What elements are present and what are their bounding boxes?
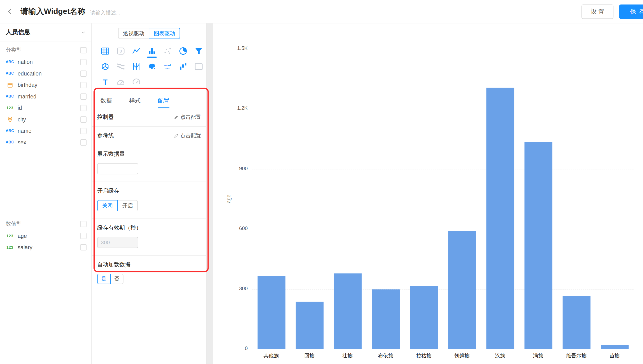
text-icon[interactable]: T [100, 78, 110, 87]
map-icon[interactable] [147, 62, 156, 71]
widget-editor: 请输入Widget名称 请输入描述... 设 置 保 存 人员信息 分类型ABC… [0, 0, 643, 364]
field-item[interactable]: city [0, 114, 92, 125]
bar[interactable] [486, 88, 514, 349]
dataset-selector[interactable]: 人员信息 [0, 24, 92, 42]
reference-line-label: 参考线 [97, 132, 114, 140]
y-tick-label: 600 [213, 226, 248, 231]
bar[interactable] [410, 286, 438, 349]
cache-option-button[interactable]: 开启 [117, 200, 138, 211]
x-tick-label: 拉祜族 [405, 353, 443, 360]
back-button[interactable] [6, 7, 14, 16]
field-item[interactable]: ABCname [0, 125, 92, 136]
edit-icon [174, 115, 179, 120]
field-label: id [18, 105, 80, 111]
calendar-icon [4, 82, 16, 88]
field-item[interactable]: ABCeducation [0, 68, 92, 79]
bar[interactable] [448, 231, 476, 349]
cache-expire-label: 缓存有效期（秒） [97, 224, 201, 232]
number-field-icon: 123 [4, 245, 16, 250]
settings-button[interactable]: 设 置 [582, 4, 614, 19]
wordcloud-icon[interactable]: wordcloud [163, 62, 172, 71]
speedometer-icon[interactable] [132, 78, 141, 87]
x-tick-label: 苗族 [596, 353, 634, 360]
checkbox[interactable] [80, 244, 86, 250]
bar[interactable] [334, 273, 362, 349]
tab-data[interactable]: 数据 [100, 94, 112, 108]
tab-style[interactable]: 样式 [129, 94, 141, 108]
field-item[interactable]: birthday [0, 79, 92, 90]
tab-config[interactable]: 配置 [158, 94, 169, 108]
field-label: birthday [18, 82, 80, 88]
autoload-option-button[interactable]: 否 [110, 274, 123, 284]
save-button[interactable]: 保 存 [619, 4, 643, 19]
checkbox[interactable] [80, 233, 86, 239]
checkbox[interactable] [80, 59, 86, 65]
waterfall-icon[interactable] [178, 62, 188, 71]
bar-chart: 03006009001.2K1.5Kage其他族回族壮族布依族拉祜族朝鲜族汉族满… [213, 24, 643, 364]
x-tick-label: 维吾尔族 [557, 353, 596, 360]
checkbox[interactable] [80, 221, 86, 227]
scatter-icon[interactable] [163, 46, 172, 56]
string-field-icon: ABC [4, 129, 16, 133]
svg-text:8: 8 [119, 48, 122, 53]
widget-description-input[interactable]: 请输入描述... [90, 9, 120, 16]
checkbox[interactable] [80, 116, 86, 122]
reference-line-configure-link[interactable]: 点击配置 [174, 132, 201, 139]
reference-line-row: 参考线 点击配置 [92, 126, 206, 145]
pie-chart-icon[interactable] [178, 46, 188, 56]
field-group-header: 分类型 [0, 44, 92, 56]
field-item[interactable]: ABCnation [0, 56, 92, 68]
gridline [252, 169, 634, 169]
cache-label: 开启缓存 [97, 188, 201, 195]
bar[interactable] [600, 345, 628, 349]
field-label: age [18, 233, 80, 239]
parallel-icon[interactable] [132, 62, 141, 71]
autoload-label: 自动加载数据 [97, 261, 201, 268]
checkbox[interactable] [80, 82, 86, 88]
field-item[interactable]: ABCsex [0, 136, 92, 148]
field-item[interactable]: 123age [0, 230, 92, 242]
gauge-icon[interactable] [116, 78, 125, 87]
bar[interactable] [296, 302, 324, 349]
checkbox[interactable] [80, 105, 86, 111]
x-tick-label: 满族 [519, 353, 557, 360]
chart-type-grid: 8wordcloudT [92, 39, 206, 90]
x-tick-label: 回族 [290, 353, 328, 360]
display-limit-label: 展示数据量 [97, 150, 201, 158]
controller-row: 控制器 点击配置 [92, 108, 206, 126]
widget-name-input[interactable]: 请输入Widget名称 [20, 6, 86, 17]
y-axis-title: age [226, 194, 232, 203]
field-sidebar: 人员信息 分类型ABCnationABCeducationbirthdayABC… [0, 24, 92, 364]
display-limit-input[interactable] [97, 163, 138, 174]
field-item[interactable]: ABCmarried [0, 91, 92, 102]
bar[interactable] [372, 290, 400, 349]
table-icon[interactable] [100, 46, 110, 56]
controller-configure-link[interactable]: 点击配置 [174, 114, 201, 121]
sankey-icon[interactable] [116, 62, 125, 71]
checkbox[interactable] [80, 47, 86, 53]
field-group-header: 数值型 [0, 218, 92, 230]
funnel-icon[interactable] [194, 46, 203, 56]
checkbox[interactable] [80, 128, 86, 134]
pivot-drive-button[interactable]: 透视驱动 [118, 28, 150, 39]
checkbox[interactable] [80, 70, 86, 76]
autoload-option-button[interactable]: 是 [97, 274, 110, 284]
radar-icon[interactable] [100, 62, 110, 71]
bar[interactable] [562, 296, 590, 349]
checkbox[interactable] [80, 139, 86, 145]
field-label: name [18, 128, 80, 134]
field-item[interactable]: 123salary [0, 242, 92, 253]
bar[interactable] [524, 142, 552, 349]
bar-chart-icon[interactable] [147, 46, 156, 56]
iframe-icon[interactable] [194, 62, 203, 71]
edit-icon [174, 133, 179, 138]
number-field-icon: 123 [4, 233, 16, 238]
scorecard-icon[interactable]: 8 [116, 46, 125, 56]
checkbox[interactable] [80, 93, 86, 100]
chart-drive-button[interactable]: 图表驱动 [149, 28, 180, 39]
field-item[interactable]: 123id [0, 102, 92, 113]
bar[interactable] [257, 276, 285, 349]
location-pin-icon [4, 116, 16, 122]
cache-option-button[interactable]: 关闭 [97, 200, 118, 211]
line-chart-icon[interactable] [132, 46, 141, 56]
